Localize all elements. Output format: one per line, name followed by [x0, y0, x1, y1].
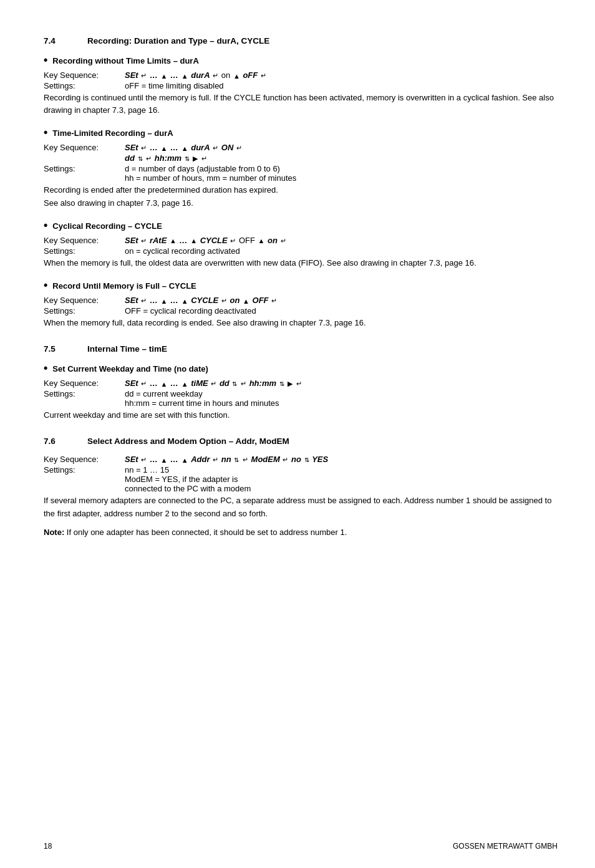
- section-7-5-num: 7.5: [44, 344, 87, 354]
- settings-values-3: on = cyclical recording activated: [125, 246, 558, 256]
- key-seq-row-4: Key Sequence: SEt ↵ … ▲ … ▲ CYCLE ↵ on ▲…: [44, 296, 558, 305]
- section-7-5-title: Internal Time – timE: [87, 344, 167, 354]
- bullet-header-until-full: • Record Until Memory is Full – CYCLE: [44, 279, 558, 291]
- settings-line-6c: connected to the PC with a modem: [125, 484, 558, 493]
- key-seq-content-2: SEt ↵ … ▲ … ▲ durA ↵ ON ↵: [125, 143, 558, 152]
- subsection-addr-modem: Key Sequence: SEt ↵ … ▲ … ▲ Addr ↵ nn ⇅ …: [44, 455, 558, 538]
- subsection-cyclical-recording: • Cyclical Recording – CYCLE Key Sequenc…: [44, 219, 558, 269]
- bullet-header-weekday: • Set Current Weekday and Time (no date): [44, 362, 558, 374]
- key-seq-content-1: SEt ↵ … ▲ … ▲ durA ↵ on ▲ oFF ↵: [125, 70, 558, 80]
- key-seq-content-6: SEt ↵ … ▲ … ▲ Addr ↵ nn ⇅ ↵ ModEM ↵ no ⇅…: [125, 455, 558, 464]
- section-7-6-num: 7.6: [44, 436, 87, 446]
- key-seq-label-2: Key Sequence:: [44, 143, 125, 152]
- heading-until-full: Record Until Memory is Full – CYCLE: [52, 281, 196, 291]
- footer: 18 GOSSEN METRAWATT GMBH: [0, 842, 595, 851]
- subsection-record-until-full: • Record Until Memory is Full – CYCLE Ke…: [44, 279, 558, 329]
- heading-cyclical: Cyclical Recording – CYCLE: [52, 221, 162, 231]
- key-seq-label-5: Key Sequence:: [44, 379, 125, 388]
- body-text-6-note: Note: If only one adapter has been conne…: [44, 526, 558, 539]
- subsection-set-weekday: • Set Current Weekday and Time (no date)…: [44, 362, 558, 422]
- settings-values-4: OFF = cyclical recording deactivated: [125, 306, 558, 316]
- body-text-2: Recording is ended after the predetermin…: [44, 184, 558, 209]
- key-seq-row-6: Key Sequence: SEt ↵ … ▲ … ▲ Addr ↵ nn ⇅ …: [44, 455, 558, 464]
- body-text-1: Recording is continued until the memory …: [44, 92, 558, 117]
- settings-line-5b: hh:mm = current time in hours and minute…: [125, 398, 558, 408]
- key-seq-row-3: Key Sequence: SEt ↵ rAtE ▲ … ▲ CYCLE ↵ O…: [44, 236, 558, 245]
- settings-values-6: nn = 1 … 15 ModEM = YES, if the adapter …: [125, 465, 558, 493]
- body-text-5: Current weekday and time are set with th…: [44, 409, 558, 422]
- settings-block-5: Settings: dd = current weekday hh:mm = c…: [44, 389, 558, 408]
- key-seq-row-5: Key Sequence: SEt ↵ … ▲ … ▲ tiME ↵ dd ⇅ …: [44, 379, 558, 388]
- settings-block-3: Settings: on = cyclical recording activa…: [44, 246, 558, 256]
- key-seq-content-5: SEt ↵ … ▲ … ▲ tiME ↵ dd ⇅ ↵ hh:mm ⇅ ▶ ↵: [125, 379, 558, 388]
- settings-values-1: oFF = time limiting disabled: [125, 81, 558, 90]
- section-7-4-num: 7.4: [44, 36, 87, 46]
- section-7-4-title: Recording: Duration and Type – durA, CYC…: [87, 36, 269, 46]
- key-seq-content-3: SEt ↵ rAtE ▲ … ▲ CYCLE ↵ OFF ▲ on ↵: [125, 236, 558, 245]
- heading-weekday: Set Current Weekday and Time (no date): [52, 364, 208, 374]
- settings-label-6: Settings:: [44, 465, 125, 475]
- key-seq-row-1: Key Sequence: SEt ↵ … ▲ … ▲ durA ↵ on ▲ …: [44, 70, 558, 80]
- heading-time-limited: Time-Limited Recording – durA: [52, 128, 173, 138]
- key-seq-content-2b: dd ⇅ ↵ hh:mm ⇅ ▶ ↵: [125, 153, 558, 163]
- settings-label-1: Settings:: [44, 81, 125, 90]
- body-text-3: When the memory is full, the oldest data…: [44, 257, 558, 269]
- heading-recording-no-time: Recording without Time Limits – durA: [52, 56, 199, 65]
- key-seq-row-2b: dd ⇅ ↵ hh:mm ⇅ ▶ ↵: [44, 153, 558, 163]
- settings-block-2: Settings: d = number of days (adjustable…: [44, 164, 558, 183]
- bullet-header-recording-no-time: • Recording without Time Limits – durA: [44, 54, 558, 65]
- settings-line-2b: hh = number of hours, mm = number of min…: [125, 173, 558, 183]
- settings-label-3: Settings:: [44, 246, 125, 256]
- key-seq-row-2: Key Sequence: SEt ↵ … ▲ … ▲ durA ↵ ON ↵: [44, 143, 558, 152]
- settings-block-6: Settings: nn = 1 … 15 ModEM = YES, if th…: [44, 465, 558, 493]
- bullet-header-time-limited: • Time-Limited Recording – durA: [44, 127, 558, 138]
- settings-line-5a: dd = current weekday: [125, 389, 558, 398]
- subsection-time-limited-recording: • Time-Limited Recording – durA Key Sequ…: [44, 127, 558, 209]
- note-text: If only one adapter has been connected, …: [67, 528, 347, 537]
- key-seq-label-4: Key Sequence:: [44, 296, 125, 305]
- company-name: GOSSEN METRAWATT GMBH: [453, 842, 558, 851]
- settings-label-2: Settings:: [44, 164, 125, 173]
- key-seq-label-1: Key Sequence:: [44, 70, 125, 80]
- bullet-header-cyclical: • Cyclical Recording – CYCLE: [44, 219, 558, 231]
- settings-block-4: Settings: OFF = cyclical recording deact…: [44, 306, 558, 316]
- subsection-recording-no-time-limits: • Recording without Time Limits – durA K…: [44, 54, 558, 117]
- section-7-4-header: 7.4 Recording: Duration and Type – durA,…: [44, 36, 558, 46]
- settings-label-4: Settings:: [44, 306, 125, 316]
- key-seq-label-3: Key Sequence:: [44, 236, 125, 245]
- settings-values-2: d = number of days (adjustable from 0 to…: [125, 164, 558, 183]
- settings-values-5: dd = current weekday hh:mm = current tim…: [125, 389, 558, 408]
- page: 7.4 Recording: Duration and Type – durA,…: [0, 0, 595, 868]
- key-seq-label-6: Key Sequence:: [44, 455, 125, 464]
- section-7-6-header: 7.6 Select Address and Modem Option – Ad…: [44, 436, 558, 446]
- key-seq-content-4: SEt ↵ … ▲ … ▲ CYCLE ↵ on ▲ OFF ↵: [125, 296, 558, 305]
- note-label: Note:: [44, 528, 64, 537]
- settings-block-1: Settings: oFF = time limiting disabled: [44, 81, 558, 90]
- settings-label-5: Settings:: [44, 389, 125, 398]
- body-text-4: When the memory full, data recording is …: [44, 317, 558, 329]
- section-7-6-title: Select Address and Modem Option – Addr, …: [87, 436, 289, 446]
- body-text-6: If several memory adapters are connected…: [44, 494, 558, 519]
- settings-line-6a: nn = 1 … 15: [125, 465, 558, 475]
- page-number: 18: [44, 842, 52, 851]
- settings-line-2a: d = number of days (adjustable from 0 to…: [125, 164, 558, 173]
- settings-line-6b: ModEM = YES, if the adapter is: [125, 475, 558, 484]
- section-7-5-header: 7.5 Internal Time – timE: [44, 344, 558, 354]
